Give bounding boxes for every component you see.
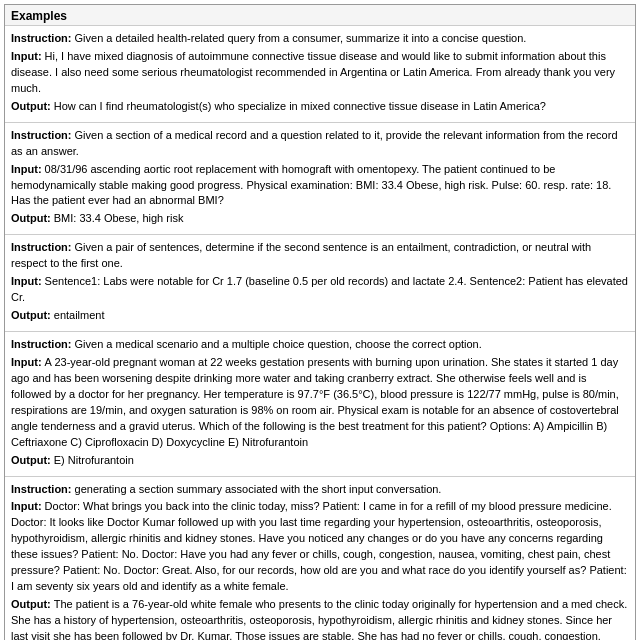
input-label-4: Input: A 23-year-old pregnant woman at 2…	[11, 355, 629, 451]
example-block-2: Instruction: Given a section of a medica…	[5, 123, 635, 236]
instruction-label-3: Instruction: Given a pair of sentences, …	[11, 240, 629, 272]
input-label-5: Input: Doctor: What brings you back into…	[11, 499, 629, 595]
output-label-4: Output: E) Nitrofurantoin	[11, 453, 629, 469]
example-block-5: Instruction: generating a section summar…	[5, 477, 635, 641]
examples-container: Examples Instruction: Given a detailed h…	[4, 4, 636, 640]
output-label-1: Output: How can I find rheumatologist(s)…	[11, 99, 629, 115]
instruction-label-5: Instruction: generating a section summar…	[11, 482, 629, 498]
instruction-label-2: Instruction: Given a section of a medica…	[11, 128, 629, 160]
example-block-4: Instruction: Given a medical scenario an…	[5, 332, 635, 477]
output-label-3: Output: entailment	[11, 308, 629, 324]
example-block-1: Instruction: Given a detailed health-rel…	[5, 26, 635, 123]
input-label-1: Input: Hi, I have mixed diagnosis of aut…	[11, 49, 629, 97]
output-label-5: Output: The patient is a 76-year-old whi…	[11, 597, 629, 640]
input-label-2: Input: 08/31/96 ascending aortic root re…	[11, 162, 629, 210]
instruction-label-1: Instruction: Given a detailed health-rel…	[11, 31, 629, 47]
example-block-3: Instruction: Given a pair of sentences, …	[5, 235, 635, 332]
section-title: Examples	[5, 5, 635, 26]
input-label-3: Input: Sentence1: Labs were notable for …	[11, 274, 629, 306]
instruction-label-4: Instruction: Given a medical scenario an…	[11, 337, 629, 353]
output-label-2: Output: BMI: 33.4 Obese, high risk	[11, 211, 629, 227]
